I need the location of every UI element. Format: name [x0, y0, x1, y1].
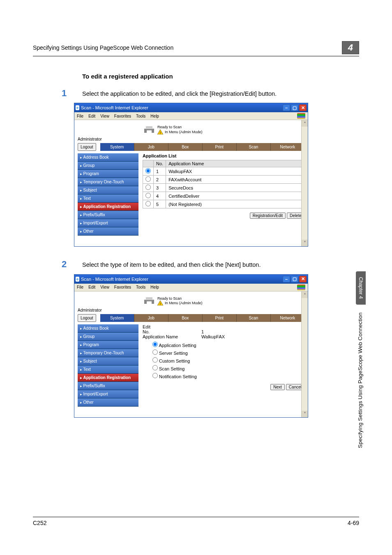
- appname-label: Application Name: [143, 334, 200, 339]
- svg-rect-6: [146, 297, 152, 300]
- opt-server-setting[interactable]: Server Setting: [152, 349, 304, 356]
- tab-system[interactable]: System: [100, 143, 134, 151]
- sidebar-item-application-registration[interactable]: Application Registration: [78, 203, 138, 211]
- tab-job[interactable]: Job: [134, 314, 168, 322]
- sidebar-item-import-export[interactable]: Import/Export: [78, 219, 138, 227]
- menu-view[interactable]: View: [100, 285, 109, 289]
- menu-tools[interactable]: Tools: [136, 114, 145, 118]
- menu-help[interactable]: Help: [150, 114, 159, 118]
- sidebar-item-prefix-suffix[interactable]: Prefix/Suffix: [78, 211, 138, 219]
- table-row: 4 CertifiedDeliver: [143, 192, 304, 200]
- sidebar-item-program[interactable]: Program: [78, 341, 138, 349]
- tab-box[interactable]: Box: [168, 143, 202, 151]
- printer-icon: [143, 126, 155, 134]
- titlebar: e Scan - Microsoft Internet Explorer – ▢…: [74, 275, 308, 284]
- row-radio[interactable]: [145, 168, 151, 173]
- row-radio[interactable]: [145, 185, 151, 190]
- scrollbar[interactable]: ▴▾: [301, 291, 308, 418]
- sidebar-item-other[interactable]: Other: [78, 398, 138, 407]
- no-label: No.: [143, 329, 200, 334]
- row-no: 3: [154, 184, 166, 192]
- row-radio[interactable]: [145, 193, 151, 198]
- sidebar-item-address-book[interactable]: Address Book: [78, 324, 138, 333]
- row-no: 5: [154, 200, 166, 208]
- tab-network[interactable]: Network: [270, 314, 304, 322]
- tab-scan[interactable]: Scan: [236, 314, 270, 322]
- table-row: 5 (Not Registered): [143, 200, 304, 208]
- application-list-title: Application List: [143, 153, 304, 158]
- menu-help[interactable]: Help: [150, 285, 159, 289]
- sidebar-item-group[interactable]: Group: [78, 162, 138, 170]
- appname-value: WalkupFAX: [201, 334, 225, 339]
- close-button[interactable]: ✕: [299, 104, 307, 111]
- row-no: 1: [154, 167, 166, 176]
- menu-file[interactable]: File: [77, 285, 83, 289]
- sidebar-item-group[interactable]: Group: [78, 333, 138, 341]
- sidebar-item-other[interactable]: Other: [78, 227, 138, 236]
- sidebar-item-prefix-suffix[interactable]: Prefix/Suffix: [78, 382, 138, 390]
- menu-edit[interactable]: Edit: [88, 285, 95, 289]
- close-button[interactable]: ✕: [299, 276, 307, 282]
- sidebar: Address Book Group Program Temporary One…: [78, 324, 138, 407]
- maximize-button[interactable]: ▢: [291, 104, 298, 111]
- sidebar-item-import-export[interactable]: Import/Export: [78, 390, 138, 398]
- sidebar-item-subject[interactable]: Subject: [78, 357, 138, 365]
- opt-scan-setting[interactable]: Scan Setting: [152, 364, 304, 372]
- minimize-button[interactable]: –: [283, 276, 290, 282]
- sidebar-item-temp-one-touch[interactable]: Temporary One-Touch: [78, 178, 138, 186]
- opt-label: Scan Setting: [159, 366, 184, 371]
- menu-file[interactable]: File: [77, 114, 83, 118]
- scrollbar[interactable]: ▴▾: [301, 120, 308, 246]
- screenshot-window-2: e Scan - Microsoft Internet Explorer – ▢…: [74, 274, 308, 418]
- opt-custom-setting[interactable]: Custom Setting: [152, 356, 304, 364]
- opt-label: Notification Setting: [159, 374, 197, 379]
- tab-job[interactable]: Job: [134, 143, 168, 151]
- sidebar-item-address-book[interactable]: Address Book: [78, 153, 138, 162]
- minimize-button[interactable]: –: [283, 104, 290, 111]
- sidebar-item-text[interactable]: Text: [78, 194, 138, 203]
- opt-application-setting[interactable]: Application Setting: [152, 341, 304, 349]
- opt-notification-setting[interactable]: Notification Setting: [152, 372, 304, 380]
- logout-button[interactable]: Logout: [78, 314, 96, 322]
- logout-button[interactable]: Logout: [78, 143, 96, 151]
- ie-throbber-icon: [297, 113, 305, 119]
- tab-box[interactable]: Box: [168, 314, 202, 322]
- tab-scan[interactable]: Scan: [236, 143, 270, 151]
- row-radio[interactable]: [145, 176, 151, 182]
- tab-network[interactable]: Network: [270, 143, 304, 151]
- sidebar-item-program[interactable]: Program: [78, 170, 138, 178]
- status-text: Ready to Scan: [157, 125, 203, 130]
- sidebar-item-subject[interactable]: Subject: [78, 186, 138, 194]
- row-no: 2: [154, 176, 166, 184]
- table-row: 1 WalkupFAX: [143, 167, 304, 176]
- divider: [33, 56, 359, 56]
- tab-system[interactable]: System: [100, 314, 134, 322]
- step-2: 2 Select the type of item to be edited, …: [62, 259, 359, 270]
- table-row: 2 FAXwithAccount: [143, 176, 304, 184]
- row-name: WalkupFAX: [166, 167, 304, 176]
- status-mode: In Menu (Admin Mode): [165, 130, 203, 134]
- sidebar-item-application-registration[interactable]: Application Registration: [78, 374, 138, 382]
- sidebar-item-temp-one-touch[interactable]: Temporary One-Touch: [78, 349, 138, 357]
- row-name: SecureDocs: [166, 184, 304, 192]
- row-name: FAXwithAccount: [166, 176, 304, 184]
- next-button[interactable]: Next: [270, 384, 285, 390]
- menu-tools[interactable]: Tools: [136, 285, 145, 289]
- svg-rect-7: [147, 301, 152, 304]
- step-number: 1: [62, 88, 82, 99]
- menu-edit[interactable]: Edit: [88, 114, 95, 118]
- warning-icon: !: [157, 130, 163, 134]
- registration-edit-button[interactable]: Registration/Edit: [250, 213, 286, 219]
- sidebar-item-text[interactable]: Text: [78, 365, 138, 374]
- menu-favorites[interactable]: Favorites: [114, 285, 131, 289]
- menu-favorites[interactable]: Favorites: [114, 114, 131, 118]
- warning-icon: !: [157, 301, 163, 305]
- tab-print[interactable]: Print: [202, 314, 236, 322]
- svg-rect-2: [147, 130, 152, 133]
- menu-view[interactable]: View: [100, 114, 109, 118]
- maximize-button[interactable]: ▢: [291, 276, 298, 282]
- tab-print[interactable]: Print: [202, 143, 236, 151]
- step-text: Select the type of item to be edited, an…: [82, 259, 261, 270]
- row-radio[interactable]: [145, 201, 151, 206]
- svg-text:!: !: [160, 131, 161, 134]
